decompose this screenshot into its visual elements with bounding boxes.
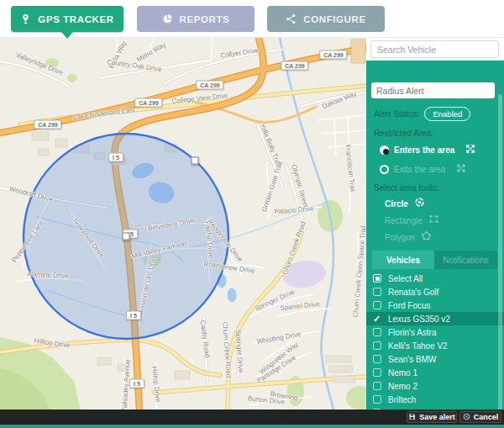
vehicle-row[interactable]: Select All [366,272,504,285]
alert-sidebar: Alert Status: Enabled Restricted Area: E… [366,38,504,410]
tab-vehicles[interactable]: Vehicles [372,251,434,269]
cancel-button[interactable]: Cancel [459,411,501,423]
search-strip [366,38,504,61]
vehicle-row[interactable]: Kelli's Tahoe V2 [366,339,504,352]
vehicle-checkbox[interactable] [373,301,381,309]
route-shield: CA 299 [196,81,223,90]
vehicle-row[interactable]: Briltech [366,393,504,406]
vehicle-row[interactable]: ✓ Lexus GS350 v2 [366,312,504,325]
floppy-disk-icon [408,413,416,422]
map-canvas [0,38,366,410]
top-navigation: GPS TRACKER REPORTS CONFIGURE [0,0,504,38]
tool-rectangle[interactable]: Rectangle [385,214,504,226]
configure-button[interactable]: CONFIGURE [267,6,385,32]
gps-tracker-label: GPS TRACKER [38,14,113,24]
sidebar-tabs: Vehicles Notifications [366,251,504,269]
vehicle-row[interactable]: Florin's Astra [366,325,504,339]
circle-resize-handle[interactable] [192,157,199,165]
route-shield: I 5 [108,153,123,162]
polygon-tool-icon [421,230,432,245]
pie-chart-icon [162,13,173,24]
vehicle-checkbox[interactable]: ✓ [373,314,381,323]
radio-unselected-icon [380,165,389,174]
vehicle-checkbox[interactable] [373,341,381,350]
map-viewport[interactable]: Valleyridge DriveMetro WayBella WayCount… [0,38,366,410]
vehicle-label: Briltech [388,395,416,404]
radio-selected-icon [380,145,389,155]
alert-status-toggle[interactable]: Enabled [424,107,470,121]
expand-arrows-icon [456,161,466,177]
vehicle-checkbox[interactable] [373,368,381,377]
sidebar-scrollbar[interactable] [498,94,502,410]
compress-arrows-icon [465,142,475,157]
rectangle-tool-icon [428,213,439,228]
circle-resize-handle[interactable] [123,233,130,240]
route-shield: CA 299 [319,50,347,60]
vehicle-row[interactable]: Renata's Golf [366,285,504,299]
vehicle-row[interactable]: Ford Focus [366,299,504,312]
vehicle-label: Florin's Astra [388,328,436,337]
radio-enters-the-area[interactable]: Enters the area [380,142,504,157]
vehicle-label: Select All [388,274,423,283]
save-alert-label: Save alert [419,413,455,421]
alert-name-input[interactable] [371,82,495,98]
radio-exits-the-area[interactable]: Exits the area [380,161,504,177]
vehicle-checkbox[interactable] [373,395,381,404]
circle-tool-icon [414,196,425,211]
vehicle-checkbox[interactable] [373,288,381,296]
bottom-action-bar: Save alert Cancel [0,410,504,425]
vehicle-label: Renata's Golf [388,288,438,297]
vehicle-checkbox[interactable] [373,382,381,390]
gps-tracker-button[interactable]: GPS TRACKER [11,6,123,32]
vehicle-label: Kelli's Tahoe V2 [388,341,448,351]
vehicle-checkbox[interactable] [373,274,381,283]
tool-polygon[interactable]: Polygon [385,231,504,243]
share-network-icon [286,13,297,24]
alert-status-label: Alert Status: [374,109,419,119]
select-area-tools-label: Select area tools: [374,183,504,193]
route-shield: I 5 [129,379,144,388]
vehicle-label: Lexus GS350 v2 [388,314,450,324]
vehicle-checkbox[interactable] [373,355,381,363]
route-shield: I 5 [126,311,141,320]
vehicle-row[interactable]: Sean's BMW [366,352,504,366]
reports-label: REPORTS [180,14,230,24]
alert-panel: Alert Status: Enabled Restricted Area: E… [366,61,504,410]
tool-circle[interactable]: Circle [385,198,504,209]
vehicle-label: Sean's BMW [388,355,436,364]
vehicle-checkbox[interactable] [373,328,381,336]
tab-notifications[interactable]: Notifications [434,251,497,269]
cancel-label: Cancel [474,413,499,421]
bottom-teal-strip [0,425,504,428]
vehicle-list: Select All Renata's Golf Ford Focus ✓ Le… [366,272,504,410]
vehicle-row[interactable]: Nemo 2 [366,379,504,393]
reports-button[interactable]: REPORTS [137,6,255,32]
save-alert-button[interactable]: Save alert [407,411,457,423]
route-shield: CA 299 [34,120,61,129]
search-vehicle-input[interactable] [370,40,499,58]
restricted-area-label: Restricted Area: [374,129,504,138]
vehicle-label: Nemo 1 [388,368,417,378]
circled-x-icon [463,413,470,422]
configure-label: CONFIGURE [303,14,365,24]
location-pin-icon [20,13,31,24]
vehicle-label: Nemo 2 [388,382,417,391]
vehicle-label: Ford Focus [388,301,431,310]
route-shield: CA 299 [281,61,308,71]
vehicle-row[interactable]: Nemo 1 [366,366,504,379]
route-shield: CA 299 [134,98,162,108]
